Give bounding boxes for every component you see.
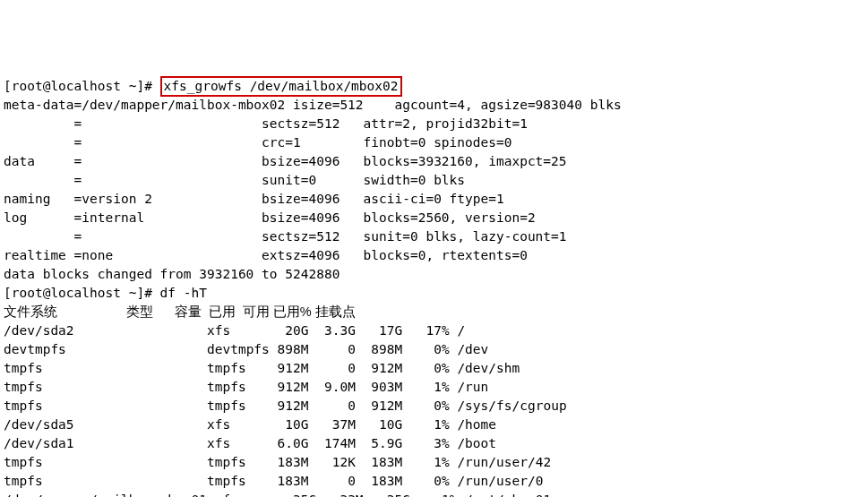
growfs-line: data = bsize=4096 blocks=3932160, imaxpc…: [4, 154, 567, 168]
df-row: /dev/sda1 xfs 6.0G 174M 5.9G 3% /boot: [4, 436, 496, 450]
df-row: tmpfs tmpfs 183M 0 183M 0% /run/user/0: [4, 474, 543, 488]
growfs-line: log =internal bsize=4096 blocks=2560, ve…: [4, 210, 536, 225]
df-row: tmpfs tmpfs 912M 0 912M 0% /dev/shm: [4, 361, 520, 375]
df-row: devtmpfs devtmpfs 898M 0 898M 0% /dev: [4, 342, 488, 356]
df-row: tmpfs tmpfs 912M 9.0M 903M 1% /run: [4, 380, 488, 394]
growfs-line: = sectsz=512 attr=2, projid32bit=1: [4, 116, 528, 131]
shell-prompt: [root@localhost ~]#: [4, 79, 160, 93]
df-row: /dev/sda2 xfs 20G 3.3G 17G 17% /: [4, 323, 465, 338]
df-row: /dev/mapper/mailbox-mbox01 xfs 35G 33M 3…: [4, 493, 551, 497]
df-row: tmpfs tmpfs 183M 12K 183M 1% /run/user/4…: [4, 455, 551, 469]
terminal-output: [root@localhost ~]# xfs_growfs /dev/mail…: [4, 79, 622, 497]
growfs-line: data blocks changed from 3932160 to 5242…: [4, 267, 339, 281]
growfs-line: naming =version 2 bsize=4096 ascii-ci=0 …: [4, 192, 504, 206]
df-header: 文件系统 类型 容量 已用 可用 已用% 挂载点: [4, 304, 356, 319]
df-row: /dev/sda5 xfs 10G 37M 10G 1% /home: [4, 417, 496, 432]
growfs-line: realtime =none extsz=4096 blocks=0, rtex…: [4, 248, 528, 262]
growfs-line: = sectsz=512 sunit=0 blks, lazy-count=1: [4, 229, 567, 244]
growfs-line: = crc=1 finobt=0 spinodes=0: [4, 135, 511, 150]
command-2: df -hT: [160, 286, 207, 300]
growfs-line: = sunit=0 swidth=0 blks: [4, 173, 465, 187]
df-row: tmpfs tmpfs 912M 0 912M 0% /sys/fs/cgrou…: [4, 398, 567, 413]
highlighted-command-1: xfs_growfs /dev/mailbox/mbox02: [160, 76, 402, 97]
shell-prompt: [root@localhost ~]#: [4, 286, 160, 300]
growfs-line: meta-data=/dev/mapper/mailbox-mbox02 isi…: [4, 98, 622, 112]
